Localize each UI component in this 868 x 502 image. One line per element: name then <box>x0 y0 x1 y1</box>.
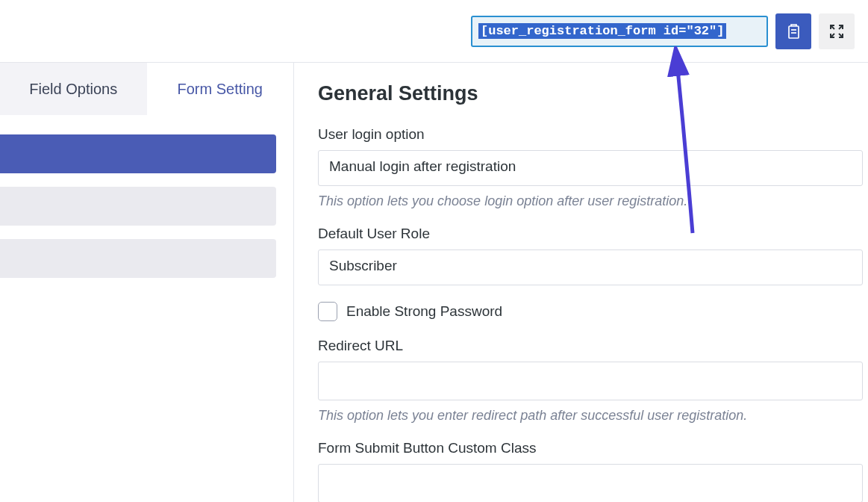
tab-form-setting[interactable]: Form Setting <box>147 63 294 115</box>
form-group-redirect-url: Redirect URL This option lets you enter … <box>318 338 868 424</box>
page-title: General Settings <box>318 82 868 105</box>
sidebar-item[interactable] <box>0 187 276 226</box>
clipboard-icon <box>786 23 801 40</box>
tabs: Field Options Form Setting <box>0 63 293 115</box>
top-bar: [user_registration_form id="32"] <box>0 0 868 63</box>
strong-password-checkbox[interactable] <box>318 302 337 321</box>
default-role-select[interactable]: Subscriber <box>318 250 863 285</box>
submit-class-input[interactable] <box>318 464 863 502</box>
strong-password-label: Enable Strong Password <box>346 303 502 320</box>
redirect-url-label: Redirect URL <box>318 338 868 354</box>
form-group-strong-password: Enable Strong Password <box>318 302 868 321</box>
redirect-url-input[interactable] <box>318 362 863 400</box>
tab-field-options[interactable]: Field Options <box>0 63 147 115</box>
main-container: Field Options Form Setting General Setti… <box>0 63 868 502</box>
fullscreen-icon <box>829 24 844 39</box>
form-group-user-login: User login option Manual login after reg… <box>318 126 868 209</box>
default-role-label: Default User Role <box>318 226 868 242</box>
shortcode-input[interactable]: [user_registration_form id="32"] <box>471 16 768 47</box>
form-group-submit-class: Form Submit Button Custom Class <box>318 440 868 502</box>
submit-class-label: Form Submit Button Custom Class <box>318 440 868 456</box>
sidebar: Field Options Form Setting <box>0 63 293 502</box>
user-login-select[interactable]: Manual login after registration <box>318 150 863 186</box>
copy-button[interactable] <box>775 13 811 49</box>
redirect-url-help: This option lets you enter redirect path… <box>318 408 868 424</box>
form-group-default-role: Default User Role Subscriber <box>318 226 868 285</box>
fullscreen-button[interactable] <box>819 13 855 49</box>
sidebar-item[interactable] <box>0 239 276 278</box>
sidebar-item-active[interactable] <box>0 134 276 173</box>
sidebar-items <box>0 115 293 278</box>
user-login-label: User login option <box>318 126 868 143</box>
svg-rect-0 <box>789 26 799 38</box>
content-panel: General Settings User login option Manua… <box>293 63 868 502</box>
user-login-help: This option lets you choose login option… <box>318 193 868 209</box>
